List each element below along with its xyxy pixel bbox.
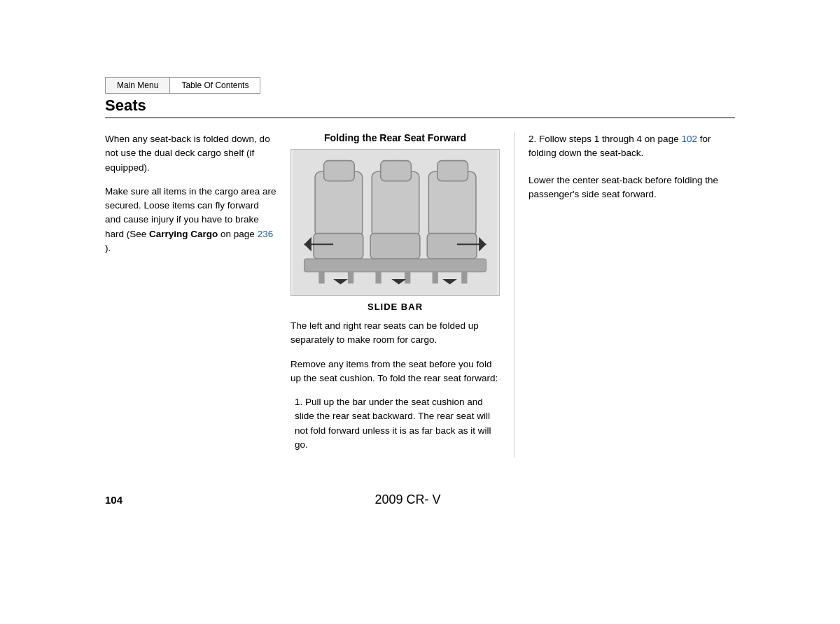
step2-text: 2. Follow steps 1 through 4 on page 102 … bbox=[528, 132, 735, 161]
svg-rect-20 bbox=[461, 272, 467, 284]
page-102-link[interactable]: 102 bbox=[681, 134, 697, 144]
svg-rect-19 bbox=[433, 272, 438, 284]
step2-item: 2. Follow steps 1 through 4 on page 102 … bbox=[528, 132, 735, 161]
right-para2: Lower the center seat-back before foldin… bbox=[528, 173, 735, 202]
left-para2: Make sure all items in the cargo area ar… bbox=[105, 185, 276, 255]
content-columns: When any seat-back is folded down, do no… bbox=[105, 132, 735, 458]
svg-rect-3 bbox=[314, 234, 363, 259]
col-left: When any seat-back is folded down, do no… bbox=[105, 132, 290, 458]
svg-rect-18 bbox=[405, 272, 410, 284]
step2-prefix: 2. Follow steps 1 through 4 on page bbox=[528, 134, 681, 144]
page-236-link[interactable]: 236 bbox=[258, 229, 274, 239]
middle-para1: The left and right rear seats can be fol… bbox=[290, 319, 500, 348]
svg-rect-5 bbox=[381, 161, 412, 181]
car-model: 2009 CR- V bbox=[122, 492, 693, 507]
svg-rect-10 bbox=[304, 259, 486, 272]
nav-buttons: Main Menu Table Of Contents bbox=[105, 77, 735, 94]
step1-item: 1. Pull up the bar under the seat cushio… bbox=[290, 395, 500, 452]
main-menu-button[interactable]: Main Menu bbox=[105, 77, 169, 94]
svg-rect-6 bbox=[370, 234, 420, 259]
col-middle: Folding the Rear Seat Forward bbox=[290, 132, 514, 458]
section-heading: Folding the Rear Seat Forward bbox=[290, 132, 500, 143]
svg-rect-9 bbox=[427, 234, 477, 259]
page-footer: 104 2009 CR- V bbox=[105, 485, 735, 507]
slide-bar-label: SLIDE BAR bbox=[290, 302, 500, 312]
svg-rect-2 bbox=[324, 161, 355, 181]
middle-para2: Remove any items from the seat before yo… bbox=[290, 357, 500, 386]
svg-rect-8 bbox=[438, 161, 468, 181]
page-wrapper: Main Menu Table Of Contents Seats When a… bbox=[105, 0, 735, 549]
toc-button[interactable]: Table Of Contents bbox=[169, 77, 260, 94]
page-number: 104 bbox=[105, 494, 122, 506]
svg-rect-15 bbox=[318, 272, 324, 284]
col-right: 2. Follow steps 1 through 4 on page 102 … bbox=[514, 132, 735, 458]
seat-image bbox=[290, 149, 500, 296]
svg-rect-16 bbox=[348, 272, 354, 284]
left-para2-text3: ). bbox=[105, 243, 111, 253]
svg-rect-17 bbox=[375, 272, 381, 284]
left-para1: When any seat-back is folded down, do no… bbox=[105, 132, 276, 175]
step1-text: 1. Pull up the bar under the seat cushio… bbox=[295, 395, 500, 452]
left-para2-text2: on page bbox=[218, 229, 257, 239]
carrying-cargo-bold: Carrying Cargo bbox=[149, 229, 218, 239]
page-title: Seats bbox=[105, 97, 735, 118]
